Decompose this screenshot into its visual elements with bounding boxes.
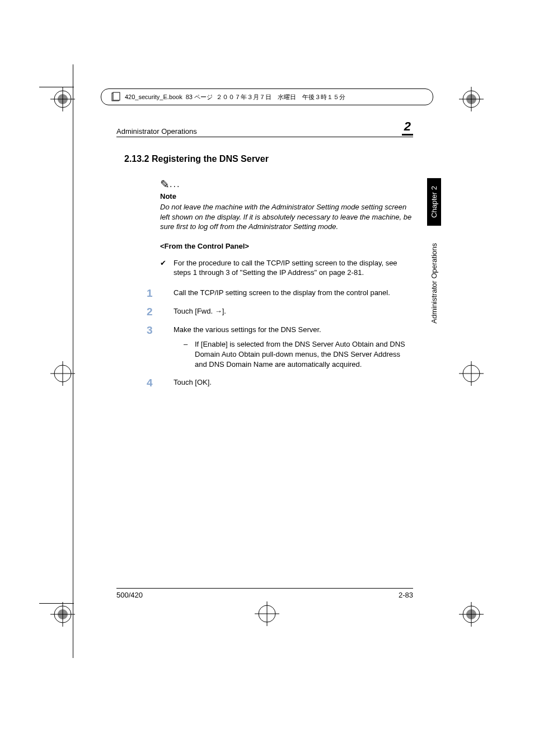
section-heading: 2.13.2 Registering the DNS Server bbox=[116, 154, 413, 164]
note-block: ✎... Note Do not leave the machine with … bbox=[160, 178, 413, 232]
registration-mark-icon bbox=[459, 602, 484, 627]
chapter-number-badge: 2 bbox=[402, 120, 413, 136]
step-number: 2 bbox=[147, 306, 174, 317]
running-header: Administrator Operations 2 bbox=[116, 120, 413, 137]
file-date: ２００７年３月７日 水曜日 午後３時１５分 bbox=[216, 93, 345, 101]
step-2: 2 Touch [Fwd. →]. bbox=[147, 306, 413, 317]
checkmark-icon: ✔ bbox=[160, 258, 174, 278]
side-tab-chapter: Chapter 2 bbox=[427, 178, 441, 226]
page: 420_security_E.book 83 ページ ２００７年３月７日 水曜日… bbox=[0, 0, 534, 756]
registration-mark-icon bbox=[50, 602, 75, 627]
step-text: Make the various settings for the DNS Se… bbox=[174, 325, 413, 335]
registration-mark-icon bbox=[459, 87, 484, 111]
book-icon bbox=[110, 91, 121, 102]
page-footer: 500/420 2-83 bbox=[116, 588, 413, 599]
registration-mark-icon bbox=[50, 361, 75, 386]
file-header: 420_security_E.book 83 ページ ２００７年３月７日 水曜日… bbox=[101, 88, 433, 105]
step-number: 1 bbox=[147, 288, 174, 298]
section-number: 2.13.2 bbox=[124, 154, 149, 164]
sub-step: – If [Enable] is selected from the DNS S… bbox=[184, 339, 413, 370]
step-number: 3 bbox=[147, 325, 174, 370]
footer-page-number: 2-83 bbox=[399, 591, 413, 599]
section-title: Registering the DNS Server bbox=[152, 154, 269, 164]
step-text: Call the TCP/IP setting screen to the di… bbox=[174, 288, 413, 298]
registration-mark-icon bbox=[50, 87, 75, 111]
step-4: 4 Touch [OK]. bbox=[147, 377, 413, 388]
check-text: For the procedure to call the TCP/IP set… bbox=[174, 258, 413, 278]
note-icon: ✎... bbox=[160, 178, 413, 191]
note-body: Do not leave the machine with the Admini… bbox=[160, 202, 413, 232]
step-3: 3 Make the various settings for the DNS … bbox=[147, 325, 413, 370]
side-tab-section: Administrator Operations bbox=[427, 235, 441, 332]
registration-mark-icon bbox=[255, 601, 279, 626]
step-number: 4 bbox=[147, 377, 174, 388]
subheading: <From the Control Panel> bbox=[160, 242, 413, 250]
registration-mark-icon bbox=[459, 361, 484, 386]
note-label: Note bbox=[160, 192, 413, 200]
svg-rect-26 bbox=[113, 92, 120, 100]
step-text: Touch [Fwd. →]. bbox=[174, 306, 413, 317]
content-area: Administrator Operations 2 2.13.2 Regist… bbox=[116, 120, 413, 396]
file-page: 83 ページ bbox=[186, 93, 213, 101]
step-text: Touch [OK]. bbox=[174, 377, 413, 388]
footer-model: 500/420 bbox=[116, 591, 143, 599]
file-name: 420_security_E.book bbox=[125, 94, 182, 100]
check-item: ✔ For the procedure to call the TCP/IP s… bbox=[160, 258, 413, 278]
running-header-text: Administrator Operations bbox=[116, 127, 197, 136]
sub-step-text: If [Enable] is selected from the DNS Ser… bbox=[195, 339, 413, 370]
dash-icon: – bbox=[184, 339, 195, 370]
step-1: 1 Call the TCP/IP setting screen to the … bbox=[147, 288, 413, 298]
